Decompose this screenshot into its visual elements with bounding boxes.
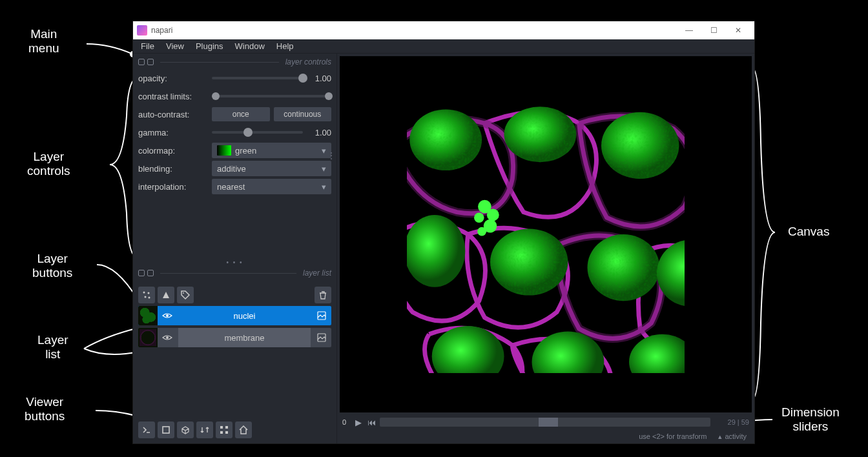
opacity-value: 1.00 (308, 74, 331, 83)
canvas[interactable] (340, 56, 752, 412)
image-icon (317, 333, 326, 342)
svg-point-34 (409, 110, 482, 171)
app-icon (137, 25, 147, 36)
console-icon (141, 425, 152, 435)
layer-row-membrane[interactable]: membrane (138, 328, 331, 347)
title-bar[interactable]: napari — ☐ ✕ (133, 21, 754, 39)
opacity-slider[interactable] (212, 77, 303, 79)
svg-point-36 (601, 112, 679, 179)
delete-layer-button[interactable] (315, 287, 331, 303)
interpolation-label: interpolation: (138, 182, 208, 192)
side-panel: layer controls opacity: 1.00 contrast li… (133, 54, 337, 443)
svg-point-7 (145, 296, 147, 298)
auto-contrast-continuous-button[interactable]: continuous (274, 107, 332, 121)
menu-plugins[interactable]: Plugins (191, 40, 229, 52)
dim-axis-label: 0 (342, 418, 350, 426)
svg-point-22 (407, 215, 465, 287)
interpolation-select[interactable]: nearest ▾ (212, 179, 331, 194)
activity-toggle[interactable]: activity (718, 432, 747, 441)
menu-bar: File View Plugins Window Help (133, 39, 754, 54)
svg-point-35 (504, 107, 577, 162)
svg-point-33 (477, 227, 486, 236)
window-maximize-button[interactable]: ☐ (701, 23, 726, 38)
annotation-main-menu: Main menu (28, 27, 59, 56)
blending-value: additive (217, 164, 246, 174)
new-labels-button[interactable] (177, 287, 194, 303)
panel-toggle-icon[interactable] (138, 59, 145, 65)
panel-float-icon[interactable] (147, 270, 154, 276)
menu-view[interactable]: View (161, 40, 189, 52)
home-button[interactable] (235, 421, 252, 438)
svg-point-26 (432, 326, 504, 373)
ndisplay-button[interactable] (158, 421, 174, 438)
dim-step-button[interactable]: ⏮ (367, 418, 376, 427)
annotation-canvas: Canvas (788, 225, 829, 239)
svg-rect-18 (225, 431, 228, 434)
svg-rect-14 (163, 427, 169, 433)
transpose-icon (200, 425, 210, 435)
colormap-label: colormap: (138, 146, 208, 156)
square-icon (161, 425, 171, 435)
svg-point-5 (143, 292, 145, 294)
layer-list-title: layer list (303, 269, 331, 278)
svg-point-31 (474, 212, 484, 222)
svg-point-10 (166, 314, 169, 317)
auto-contrast-label: auto-contrast: (138, 110, 208, 119)
panel-resize-handle[interactable]: ⋮ (327, 154, 335, 157)
contrast-slider[interactable] (212, 95, 331, 97)
status-bar: use <2> for transform activity (337, 429, 754, 443)
tag-icon (180, 290, 191, 300)
svg-point-6 (148, 292, 150, 294)
layer-type-icon (312, 333, 331, 342)
console-button[interactable] (138, 421, 155, 438)
window-close-button[interactable]: ✕ (726, 23, 750, 38)
grid-icon (219, 425, 229, 435)
roll-dims-button[interactable] (177, 421, 194, 438)
grid-button[interactable] (216, 421, 232, 438)
auto-contrast-once-button[interactable]: once (212, 107, 270, 121)
image-display (407, 96, 685, 373)
image-icon (317, 311, 326, 320)
viewer-buttons-row (133, 416, 336, 443)
gamma-slider[interactable] (212, 131, 303, 134)
annotation-layer-controls: Layer controls (27, 150, 70, 178)
layer-visibility-toggle[interactable] (158, 310, 177, 321)
chevron-down-icon: ▾ (322, 146, 326, 156)
new-shapes-button[interactable] (158, 287, 174, 303)
layer-row-nuclei[interactable]: nuclei (138, 306, 331, 325)
layer-buttons-row (133, 284, 336, 306)
annotation-viewer-buttons: Viewer buttons (25, 395, 65, 423)
menu-help[interactable]: Help (271, 40, 299, 52)
chevron-down-icon: ▾ (322, 182, 326, 192)
layer-list-panel: layer list (133, 267, 336, 284)
layer-name: membrane (224, 333, 264, 343)
dim-slider[interactable] (380, 418, 710, 427)
transpose-button[interactable] (196, 421, 213, 438)
panel-float-icon[interactable] (147, 59, 154, 65)
svg-point-27 (532, 332, 604, 374)
svg-point-8 (149, 297, 150, 299)
colormap-value: green (235, 146, 256, 156)
layer-list: nuclei membrane (133, 306, 336, 352)
panel-toggle-icon[interactable] (138, 270, 145, 276)
new-points-button[interactable] (138, 287, 155, 303)
blending-select[interactable]: additive ▾ (212, 161, 331, 176)
svg-point-37 (490, 228, 568, 295)
opacity-label: opacity: (138, 74, 208, 83)
layer-thumbnail (138, 306, 158, 325)
window-minimize-button[interactable]: — (677, 23, 701, 38)
svg-rect-16 (225, 426, 228, 429)
panel-splitter[interactable]: • • • (133, 258, 336, 267)
points-icon (141, 290, 152, 300)
layer-name: nuclei (234, 311, 256, 321)
chevron-down-icon: ▾ (322, 164, 326, 174)
layer-controls-panel: layer controls opacity: 1.00 contrast li… (133, 54, 336, 258)
colormap-select[interactable]: green ▾ (212, 143, 331, 158)
svg-point-9 (183, 292, 184, 294)
menu-window[interactable]: Window (230, 40, 270, 52)
menu-file[interactable]: File (136, 40, 160, 52)
layer-visibility-toggle[interactable] (158, 332, 177, 343)
dim-play-button[interactable]: ▶ (354, 418, 363, 427)
svg-point-25 (657, 240, 685, 307)
annotation-layer-list: Layer list (37, 333, 68, 361)
